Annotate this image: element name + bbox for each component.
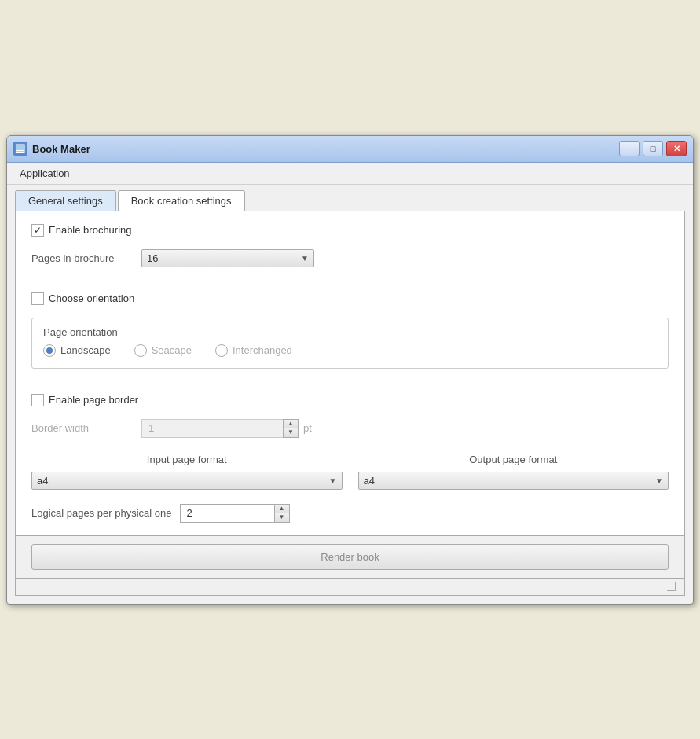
logical-pages-row: Logical pages per physical one 2 ▲ ▼ bbox=[31, 504, 669, 523]
input-format-label: Input page format bbox=[31, 454, 343, 465]
output-format-col: Output page format a4 ▼ bbox=[358, 454, 669, 490]
radio-seacape-indicator bbox=[134, 344, 147, 357]
border-width-down-button[interactable]: ▼ bbox=[284, 428, 298, 437]
radio-seacape-label: Seacape bbox=[152, 344, 192, 356]
input-format-col: Input page format a4 ▼ bbox=[31, 454, 343, 490]
radio-interchanged-label: Interchanged bbox=[233, 344, 292, 356]
enable-brochuring-label: Enable brochuring bbox=[49, 224, 132, 236]
menu-application[interactable]: Application bbox=[13, 166, 76, 181]
input-format-dropdown[interactable]: a4 ▼ bbox=[31, 472, 343, 490]
window-title: Book Maker bbox=[32, 143, 619, 155]
border-width-label: Border width bbox=[31, 422, 134, 434]
maximize-button[interactable]: □ bbox=[643, 141, 663, 156]
input-format-value: a4 bbox=[37, 475, 48, 487]
border-width-unit: pt bbox=[303, 422, 312, 434]
statusbar bbox=[15, 579, 685, 596]
render-book-button[interactable]: Render book bbox=[31, 544, 669, 570]
menubar: Application bbox=[7, 163, 693, 185]
svg-rect-2 bbox=[16, 149, 24, 150]
radio-landscape[interactable]: Landscape bbox=[43, 344, 111, 357]
choose-orientation-row: Choose orientation bbox=[31, 292, 669, 305]
main-window: Book Maker − □ ✕ Application General set… bbox=[6, 135, 694, 605]
input-format-arrow-icon: ▼ bbox=[329, 476, 337, 485]
pages-in-brochure-row: Pages in brochure 16 ▼ bbox=[31, 249, 669, 267]
bottom-area: Render book bbox=[15, 536, 685, 579]
radio-row: Landscape Seacape Interchanged bbox=[43, 344, 657, 357]
enable-page-border-row: Enable page border bbox=[31, 394, 669, 406]
window-controls: − □ ✕ bbox=[619, 141, 687, 156]
content-area: Enable brochuring Pages in brochure 16 ▼… bbox=[15, 211, 685, 536]
svg-rect-1 bbox=[16, 145, 24, 149]
radio-landscape-label: Landscape bbox=[60, 344, 111, 356]
pages-in-brochure-label: Pages in brochure bbox=[31, 252, 134, 264]
dropdown-arrow-icon: ▼ bbox=[301, 254, 309, 263]
logical-pages-spinner: ▲ ▼ bbox=[274, 504, 290, 523]
output-format-value: a4 bbox=[364, 475, 375, 487]
formats-row: Input page format a4 ▼ Output page forma… bbox=[31, 454, 669, 490]
pages-in-brochure-dropdown[interactable]: 16 ▼ bbox=[141, 249, 314, 267]
logical-pages-label: Logical pages per physical one bbox=[31, 507, 172, 519]
enable-brochuring-checkbox[interactable] bbox=[31, 224, 44, 237]
choose-orientation-checkbox[interactable] bbox=[31, 292, 44, 305]
choose-orientation-label: Choose orientation bbox=[49, 292, 134, 304]
titlebar: Book Maker − □ ✕ bbox=[7, 136, 693, 163]
tabs-container: General settings Book creation settings bbox=[7, 185, 693, 211]
enable-brochuring-row: Enable brochuring bbox=[31, 224, 669, 237]
logical-pages-down-button[interactable]: ▼ bbox=[275, 513, 289, 522]
logical-pages-up-button[interactable]: ▲ bbox=[275, 505, 289, 514]
statusbar-right bbox=[350, 581, 676, 593]
border-width-spinner: ▲ ▼ bbox=[283, 419, 299, 438]
pages-in-brochure-value: 16 bbox=[147, 252, 158, 264]
tab-book-creation-settings[interactable]: Book creation settings bbox=[118, 190, 245, 211]
output-format-label: Output page format bbox=[358, 454, 669, 465]
output-format-arrow-icon: ▼ bbox=[655, 476, 663, 485]
border-width-spinbox: 1 ▲ ▼ pt bbox=[141, 419, 312, 438]
logical-pages-input[interactable]: 2 bbox=[180, 504, 274, 523]
statusbar-left bbox=[24, 581, 350, 593]
border-width-up-button[interactable]: ▲ bbox=[284, 420, 298, 429]
enable-page-border-checkbox[interactable] bbox=[31, 394, 44, 406]
radio-landscape-indicator bbox=[43, 344, 56, 357]
close-button[interactable]: ✕ bbox=[666, 141, 687, 156]
orientation-group: Page orientation Landscape Seacape Inter… bbox=[31, 318, 669, 369]
resize-handle-icon[interactable] bbox=[667, 582, 676, 591]
orientation-legend: Page orientation bbox=[43, 326, 657, 338]
radio-interchanged-indicator bbox=[215, 344, 228, 357]
radio-seacape[interactable]: Seacape bbox=[134, 344, 192, 357]
border-width-input[interactable]: 1 bbox=[141, 419, 283, 438]
tab-general-settings[interactable]: General settings bbox=[15, 190, 116, 211]
minimize-button[interactable]: − bbox=[619, 141, 640, 156]
output-format-dropdown[interactable]: a4 ▼ bbox=[358, 472, 669, 490]
radio-interchanged[interactable]: Interchanged bbox=[215, 344, 292, 357]
enable-page-border-label: Enable page border bbox=[49, 394, 138, 406]
border-width-row: Border width 1 ▲ ▼ pt bbox=[31, 419, 669, 438]
logical-pages-spinbox: 2 ▲ ▼ bbox=[180, 504, 290, 523]
svg-rect-3 bbox=[16, 151, 24, 152]
app-icon bbox=[13, 142, 27, 156]
